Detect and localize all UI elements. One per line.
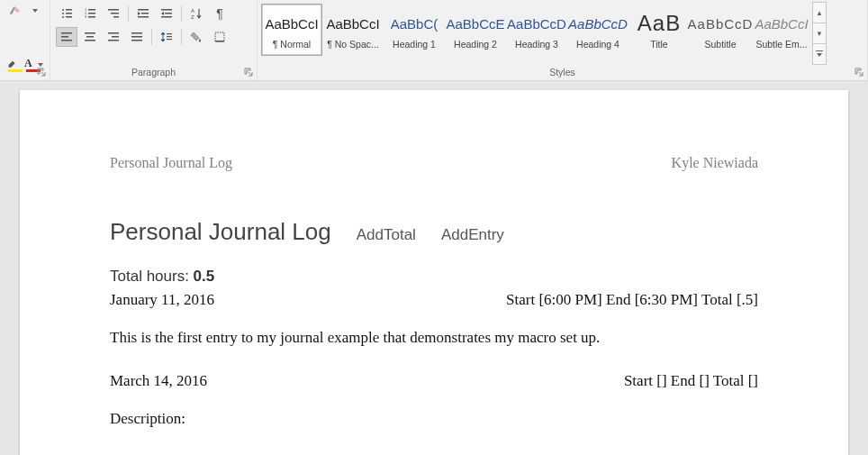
total-hours-label: Total hours: [110, 268, 194, 285]
svg-rect-36 [167, 36, 172, 37]
style-item-heading-1[interactable]: AaBbC(Heading 1 [384, 4, 445, 56]
svg-rect-23 [61, 32, 72, 34]
entry-2-row: March 14, 2016 Start [] End [] Total [] [110, 372, 758, 390]
svg-rect-5 [66, 16, 72, 18]
svg-text:Z: Z [191, 14, 194, 20]
entry-1-row: January 11, 2016 Start [6:00 PM] End [6:… [110, 291, 758, 309]
styles-expand[interactable] [813, 44, 826, 64]
entry-1-times: Start [6:00 PM] End [6:30 PM] Total [.5] [506, 291, 758, 309]
style-item-heading-4[interactable]: AaBbCcDHeading 4 [567, 4, 628, 56]
style-label: Title [650, 39, 667, 50]
style-label: Heading 1 [393, 39, 436, 50]
total-hours: Total hours: 0.5 [110, 268, 758, 286]
svg-rect-40 [816, 50, 823, 51]
borders-button[interactable] [209, 27, 231, 47]
ribbon-group-font-label [0, 76, 50, 80]
svg-rect-33 [131, 36, 142, 38]
document-area: Personal Journal Log Kyle Niewiada Perso… [0, 81, 868, 455]
svg-rect-30 [112, 36, 119, 38]
style-item-normal[interactable]: AaBbCcI¶ Normal [261, 4, 322, 56]
svg-rect-26 [85, 32, 95, 34]
ribbon-group-font: A [0, 0, 50, 80]
style-label: Heading 4 [576, 39, 619, 50]
style-label: Heading 2 [454, 39, 497, 50]
styles-dialog-launcher[interactable] [854, 67, 864, 77]
numbering-button[interactable]: 123 [79, 4, 101, 23]
paragraph-dialog-launcher[interactable] [243, 67, 254, 77]
style-item-heading-3[interactable]: AaBbCcDHeading 3 [506, 4, 567, 56]
style-preview: AaBbCcI [755, 10, 808, 37]
font-dialog-launcher[interactable] [36, 67, 47, 77]
shading-button[interactable] [185, 27, 207, 47]
svg-rect-35 [167, 33, 172, 34]
align-center-button[interactable] [79, 27, 101, 47]
justify-button[interactable] [126, 27, 148, 47]
style-item-no-spac[interactable]: AaBbCcI¶ No Spac... [322, 4, 384, 56]
styles-scroll-down[interactable]: ▼ [813, 23, 826, 44]
style-item-subtle-em[interactable]: AaBbCcISubtle Em... [751, 4, 812, 56]
style-preview: AaBbCcI [265, 10, 318, 37]
decrease-indent-button[interactable] [132, 4, 154, 23]
style-label: Heading 3 [515, 39, 558, 50]
svg-rect-13 [111, 13, 119, 14]
show-hide-pilcrow-button[interactable]: ¶ [209, 4, 231, 23]
svg-rect-7 [88, 9, 95, 11]
style-preview: AaBbCcD [688, 10, 754, 37]
style-label: ¶ No Spac... [327, 39, 379, 50]
styles-scroll: ▲ ▼ [812, 2, 827, 65]
macro-addentry: AddEntry [441, 226, 504, 244]
ribbon-group-styles: AaBbCcI¶ NormalAaBbCcI¶ No Spac...AaBbC(… [258, 0, 868, 80]
document-title-row: Personal Journal Log AddTotal AddEntry [110, 218, 758, 246]
align-right-button[interactable] [103, 27, 124, 47]
style-item-heading-2[interactable]: AaBbCcEHeading 2 [445, 4, 506, 56]
svg-text:3: 3 [85, 14, 87, 19]
sort-button[interactable]: AZ [185, 4, 207, 23]
styles-scroll-up[interactable]: ▲ [813, 3, 826, 23]
font-color-button[interactable]: A [23, 56, 33, 74]
style-item-title[interactable]: AaBTitle [628, 4, 690, 56]
svg-point-4 [62, 16, 64, 18]
entry-2-times: Start [] End [] Total [] [624, 372, 758, 390]
svg-point-2 [62, 13, 64, 14]
svg-point-0 [62, 9, 64, 11]
document-page[interactable]: Personal Journal Log Kyle Niewiada Perso… [20, 90, 848, 455]
style-label: ¶ Normal [273, 39, 311, 50]
svg-rect-15 [138, 9, 149, 11]
style-item-subtitle[interactable]: AaBbCcDSubtitle [690, 4, 751, 56]
bullets-button[interactable] [56, 4, 77, 23]
ribbon-group-paragraph-label: Paragraph [50, 65, 257, 80]
svg-rect-1 [66, 9, 72, 11]
svg-rect-25 [61, 40, 72, 41]
svg-rect-3 [66, 13, 72, 14]
page-header: Personal Journal Log Kyle Niewiada [110, 155, 758, 171]
ribbon-group-paragraph: 123 AZ [50, 0, 258, 80]
svg-rect-34 [131, 40, 142, 41]
svg-rect-14 [113, 16, 119, 18]
text-highlight-button[interactable] [5, 56, 20, 74]
svg-rect-16 [141, 13, 149, 14]
style-preview: AaBbCcI [326, 10, 379, 37]
styles-gallery: AaBbCcI¶ NormalAaBbCcI¶ No Spac...AaBbC(… [261, 4, 812, 56]
ribbon: A 123 [0, 0, 868, 81]
svg-rect-29 [108, 32, 119, 34]
svg-rect-31 [108, 40, 119, 41]
svg-rect-27 [86, 36, 94, 38]
entry-1-body: This is the first entry to my journal ex… [110, 329, 758, 347]
style-label: Subtitle [704, 39, 736, 50]
ribbon-group-styles-label: Styles [258, 65, 867, 80]
align-left-button[interactable] [56, 27, 77, 47]
svg-rect-12 [108, 9, 119, 11]
svg-rect-38 [215, 32, 224, 41]
style-label: Subtle Em... [755, 39, 807, 50]
multilevel-list-button[interactable] [103, 4, 124, 23]
macro-addtotal: AddTotal [357, 226, 416, 244]
page-header-right: Kyle Niewiada [672, 155, 758, 171]
svg-rect-20 [161, 16, 172, 18]
line-spacing-button[interactable] [156, 27, 177, 47]
clear-formatting-button[interactable] [5, 2, 23, 20]
font-dropdown-caret[interactable] [27, 2, 45, 20]
svg-rect-9 [88, 13, 95, 14]
increase-indent-button[interactable] [156, 4, 177, 23]
entry-1-date: January 11, 2016 [110, 291, 214, 309]
svg-rect-17 [138, 16, 149, 18]
